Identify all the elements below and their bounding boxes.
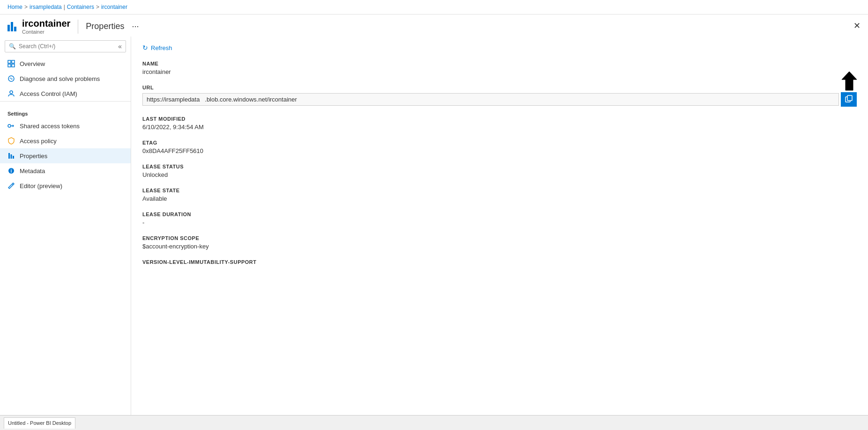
lease-duration-label: LEASE DURATION	[142, 211, 857, 217]
copy-url-button[interactable]	[841, 92, 857, 107]
lease-state-value: Available	[142, 195, 857, 202]
settings-section-header: Settings	[0, 105, 131, 118]
version-immutability-label: VERSION-LEVEL-IMMUTABILITY-SUPPORT	[142, 259, 857, 265]
svg-rect-3	[12, 64, 15, 67]
encryption-scope-value: $account-encryption-key	[142, 243, 857, 250]
breadcrumb-irsampledata[interactable]: irsampledata	[30, 4, 62, 10]
properties-icon	[7, 152, 15, 160]
svg-point-5	[10, 91, 13, 94]
taskbar-powerbi-label: Untitled - Power BI Desktop	[8, 420, 71, 426]
lease-status-value: Unlocked	[142, 171, 857, 178]
breadcrumb-ircontainer[interactable]: ircontainer	[101, 4, 127, 10]
svg-rect-2	[8, 64, 11, 67]
icon-bar1	[7, 25, 10, 31]
encryption-scope-field: ENCRYPTION SCOPE $account-encryption-key	[142, 235, 857, 250]
url-label: URL	[142, 85, 857, 90]
refresh-icon: ↻	[142, 44, 148, 51]
taskbar: Untitled - Power BI Desktop	[0, 415, 868, 430]
sidebar-item-shared-access-tokens[interactable]: Shared access tokens	[0, 118, 131, 133]
url-field: URL	[142, 85, 857, 107]
editor-icon	[7, 182, 15, 189]
diagnose-icon	[7, 75, 15, 82]
svg-rect-1	[12, 60, 15, 63]
version-immutability-field: VERSION-LEVEL-IMMUTABILITY-SUPPORT	[142, 259, 857, 265]
sidebar-item-metadata[interactable]: i Metadata	[0, 163, 131, 178]
etag-value: 0x8DA4AFF25FF5610	[142, 147, 857, 154]
breadcrumb-sep3: >	[96, 4, 99, 10]
sidebar-item-iam[interactable]: Access Control (IAM)	[0, 86, 131, 101]
header-divider	[78, 20, 78, 34]
page-header: ircontainer Container Properties ··· ✕	[0, 15, 868, 36]
sidebar-item-access-policy[interactable]: Access policy	[0, 133, 131, 148]
name-label: NAME	[142, 61, 857, 66]
svg-rect-0	[8, 60, 11, 63]
taskbar-powerbi[interactable]: Untitled - Power BI Desktop	[4, 417, 75, 429]
editor-label: Editor (preview)	[20, 182, 62, 189]
resource-subtitle: Container	[22, 29, 70, 35]
breadcrumb-containers[interactable]: Containers	[67, 4, 94, 10]
last-modified-label: LAST MODIFIED	[142, 116, 857, 122]
svg-point-6	[8, 124, 11, 127]
lease-duration-value: -	[142, 219, 857, 226]
sidebar-item-overview[interactable]: Overview	[0, 56, 131, 71]
last-modified-field: LAST MODIFIED 6/10/2022, 9:34:54 AM	[142, 116, 857, 131]
shared-access-tokens-label: Shared access tokens	[20, 123, 80, 130]
etag-field: ETAG 0x8DA4AFF25FF5610	[142, 140, 857, 154]
search-bar[interactable]: 🔍 «	[5, 40, 126, 52]
diagnose-label: Diagnose and solve problems	[20, 75, 100, 82]
etag-label: ETAG	[142, 140, 857, 146]
encryption-scope-label: ENCRYPTION SCOPE	[142, 235, 857, 241]
content-area: ↻ Refresh NAME ircontainer URL	[131, 36, 868, 415]
sidebar-item-diagnose[interactable]: Diagnose and solve problems	[0, 71, 131, 86]
breadcrumb-home[interactable]: Home	[7, 4, 22, 10]
iam-icon	[7, 90, 15, 97]
svg-rect-7	[8, 153, 10, 159]
policy-icon	[7, 137, 15, 145]
url-input[interactable]	[142, 93, 839, 106]
url-row	[142, 92, 857, 107]
resource-icon	[7, 22, 16, 31]
sidebar-item-properties[interactable]: Properties	[0, 148, 131, 163]
refresh-button[interactable]: ↻ Refresh	[142, 44, 172, 51]
main-layout: 🔍 « Overview Diagnose and solve problems…	[0, 36, 868, 415]
breadcrumb-sep1: >	[24, 4, 28, 10]
icon-bar3	[14, 27, 16, 31]
svg-text:i: i	[11, 168, 12, 174]
metadata-label: Metadata	[20, 168, 45, 175]
header-title-group: ircontainer Container	[22, 18, 70, 35]
svg-rect-13	[847, 95, 852, 101]
name-field: NAME ircontainer	[142, 61, 857, 75]
refresh-label: Refresh	[151, 44, 172, 51]
lease-status-label: LEASE STATUS	[142, 164, 857, 169]
sidebar-item-editor[interactable]: Editor (preview)	[0, 178, 131, 193]
collapse-button[interactable]: «	[118, 43, 122, 50]
svg-rect-9	[13, 156, 14, 159]
breadcrumb-sep2: |	[64, 4, 65, 10]
properties-label: Properties	[20, 153, 47, 160]
lease-state-field: LEASE STATE Available	[142, 188, 857, 202]
upload-arrow-icon	[840, 69, 859, 94]
lease-status-field: LEASE STATUS Unlocked	[142, 164, 857, 178]
lease-state-label: LEASE STATE	[142, 188, 857, 193]
overview-icon	[7, 60, 15, 67]
copy-icon	[845, 95, 853, 104]
iam-label: Access Control (IAM)	[20, 90, 77, 97]
name-value: ircontainer	[142, 68, 857, 75]
svg-marker-14	[842, 72, 857, 90]
sidebar-divider	[0, 101, 131, 102]
access-policy-label: Access policy	[20, 138, 57, 145]
overview-label: Overview	[20, 60, 45, 67]
breadcrumb: Home > irsampledata | Containers > ircon…	[0, 0, 868, 15]
close-button[interactable]: ✕	[853, 21, 861, 31]
svg-rect-8	[11, 154, 12, 159]
icon-bar2	[11, 22, 13, 31]
token-icon	[7, 122, 15, 130]
sidebar: 🔍 « Overview Diagnose and solve problems…	[0, 36, 131, 415]
resource-name: ircontainer	[22, 18, 70, 29]
last-modified-value: 6/10/2022, 9:34:54 AM	[142, 124, 857, 131]
search-input[interactable]	[19, 43, 115, 50]
search-icon: 🔍	[9, 43, 16, 50]
metadata-icon: i	[7, 167, 15, 175]
lease-duration-field: LEASE DURATION -	[142, 211, 857, 226]
more-options-button[interactable]: ···	[132, 22, 139, 31]
